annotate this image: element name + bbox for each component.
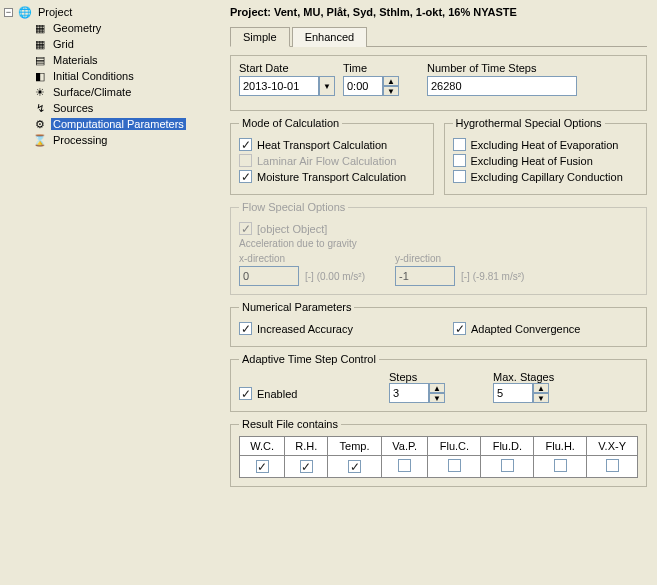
tree-item[interactable]: ▦Grid: [4, 36, 215, 52]
accuracy-checkbox-row[interactable]: ✓Increased Accuracy: [239, 322, 353, 335]
dropdown-icon[interactable]: ▼: [319, 76, 335, 96]
project-icon: 🌐: [17, 5, 33, 19]
tree-item-label: Initial Conditions: [51, 70, 136, 82]
checkbox-icon[interactable]: [448, 459, 461, 472]
spin-up-icon[interactable]: ▲: [533, 383, 549, 393]
tree-item-label: Grid: [51, 38, 76, 50]
convergence-checkbox-row[interactable]: ✓Adapted Convergence: [453, 322, 580, 335]
steps-label: Number of Time Steps: [427, 62, 577, 74]
checkbox-icon[interactable]: ✓: [239, 170, 252, 183]
time-label: Time: [343, 62, 399, 74]
checkbox-icon[interactable]: ✓: [348, 460, 361, 473]
checkbox-icon[interactable]: ✓: [239, 387, 252, 400]
result-checkbox-cell[interactable]: [481, 456, 534, 478]
cap-checkbox-row[interactable]: Excluding Capillary Conduction: [453, 170, 639, 183]
tree-item-label: Computational Parameters: [51, 118, 186, 130]
tab-enhanced[interactable]: Enhanced: [292, 27, 368, 47]
checkbox-icon[interactable]: [501, 459, 514, 472]
tree-root-label: Project: [36, 6, 74, 18]
hygro-fieldset: Hygrothermal Special Options Excluding H…: [444, 117, 648, 195]
tree-item-label: Surface/Climate: [51, 86, 133, 98]
flow-legend: Flow Special Options: [239, 201, 348, 213]
tab-simple[interactable]: Simple: [230, 27, 290, 47]
heat-checkbox-row[interactable]: ✓Heat Transport Calculation: [239, 138, 425, 151]
tree-item-icon: ⌛: [32, 133, 48, 147]
spin-up-icon[interactable]: ▲: [383, 76, 399, 86]
numerical-fieldset: Numerical Parameters ✓Increased Accuracy…: [230, 301, 647, 347]
result-col-header: Va.P.: [381, 437, 427, 456]
checkbox-icon[interactable]: ✓: [453, 322, 466, 335]
spin-down-icon[interactable]: ▼: [429, 393, 445, 403]
spin-down-icon[interactable]: ▼: [533, 393, 549, 403]
checkbox-icon[interactable]: ✓: [300, 460, 313, 473]
tree-item-label: Materials: [51, 54, 100, 66]
spin-up-icon[interactable]: ▲: [429, 383, 445, 393]
result-checkbox-cell[interactable]: [381, 456, 427, 478]
checkbox-icon[interactable]: [554, 459, 567, 472]
flow-fieldset: Flow Special Options ✓[object Object] Ac…: [230, 201, 647, 295]
result-checkbox-cell[interactable]: ✓: [285, 456, 328, 478]
max-stages-input[interactable]: [493, 383, 533, 403]
hygro-legend: Hygrothermal Special Options: [453, 117, 605, 129]
steps-input[interactable]: [427, 76, 577, 96]
tree-item[interactable]: ↯Sources: [4, 100, 215, 116]
result-col-header: W.C.: [240, 437, 285, 456]
result-checkbox-cell[interactable]: [428, 456, 481, 478]
tree-item-icon: ◧: [32, 69, 48, 83]
tree-item-label: Processing: [51, 134, 109, 146]
fus-checkbox-row[interactable]: Excluding Heat of Fusion: [453, 154, 639, 167]
checkbox-icon[interactable]: [398, 459, 411, 472]
evap-checkbox-row[interactable]: Excluding Heat of Evaporation: [453, 138, 639, 151]
natconv-checkbox-row: ✓[object Object]: [239, 222, 638, 235]
main-panel: Project: Vent, MU, Plåt, Syd, Sthlm, 1-o…: [220, 0, 657, 585]
start-date-label: Start Date: [239, 62, 335, 74]
tree-item-icon: ▦: [32, 37, 48, 51]
tree-item-icon: ▤: [32, 53, 48, 67]
result-checkbox-cell[interactable]: [587, 456, 638, 478]
tree-item-icon: ▦: [32, 21, 48, 35]
result-col-header: Flu.H.: [534, 437, 587, 456]
time-fieldset: Start Date ▼ Time ▲▼ Number of Time Step…: [230, 55, 647, 111]
collapse-icon[interactable]: −: [4, 8, 13, 17]
result-checkbox-cell[interactable]: ✓: [328, 456, 382, 478]
checkbox-icon: [239, 154, 252, 167]
adaptive-legend: Adaptive Time Step Control: [239, 353, 379, 365]
start-date-input[interactable]: [239, 76, 319, 96]
tabs: Simple Enhanced: [230, 26, 647, 47]
steps-spin-input[interactable]: [389, 383, 429, 403]
tree-item[interactable]: ⌛Processing: [4, 132, 215, 148]
tree-item[interactable]: ▤Materials: [4, 52, 215, 68]
tree-item-icon: ☀: [32, 85, 48, 99]
tree-item[interactable]: ▦Geometry: [4, 20, 215, 36]
mode-fieldset: Mode of Calculation ✓Heat Transport Calc…: [230, 117, 434, 195]
checkbox-icon[interactable]: [453, 154, 466, 167]
checkbox-icon[interactable]: [453, 138, 466, 151]
checkbox-icon[interactable]: ✓: [256, 460, 269, 473]
result-col-header: Flu.D.: [481, 437, 534, 456]
moist-checkbox-row[interactable]: ✓Moisture Transport Calculation: [239, 170, 425, 183]
project-tree: − 🌐 Project ▦Geometry▦Grid▤Materials◧Ini…: [0, 0, 220, 585]
checkbox-icon[interactable]: [606, 459, 619, 472]
enabled-checkbox-row[interactable]: ✓Enabled: [239, 387, 359, 400]
tree-item[interactable]: ◧Initial Conditions: [4, 68, 215, 84]
tree-root[interactable]: − 🌐 Project: [4, 4, 215, 20]
checkbox-icon[interactable]: ✓: [239, 322, 252, 335]
numerical-legend: Numerical Parameters: [239, 301, 354, 313]
result-legend: Result File contains: [239, 418, 341, 430]
spin-down-icon[interactable]: ▼: [383, 86, 399, 96]
checkbox-icon: ✓: [239, 222, 252, 235]
tree-item-icon: ↯: [32, 101, 48, 115]
time-input[interactable]: [343, 76, 383, 96]
result-checkbox-cell[interactable]: [534, 456, 587, 478]
mode-legend: Mode of Calculation: [239, 117, 342, 129]
x-dir-input: [239, 266, 299, 286]
checkbox-icon[interactable]: ✓: [239, 138, 252, 151]
result-col-header: Flu.C.: [428, 437, 481, 456]
max-stages-label: Max. Stages: [493, 371, 554, 383]
y-dir-label: y-direction: [395, 253, 524, 264]
checkbox-icon[interactable]: [453, 170, 466, 183]
tree-item[interactable]: ☀Surface/Climate: [4, 84, 215, 100]
result-checkbox-cell[interactable]: ✓: [240, 456, 285, 478]
tree-item[interactable]: ⚙Computational Parameters: [4, 116, 215, 132]
y-dir-input: [395, 266, 455, 286]
